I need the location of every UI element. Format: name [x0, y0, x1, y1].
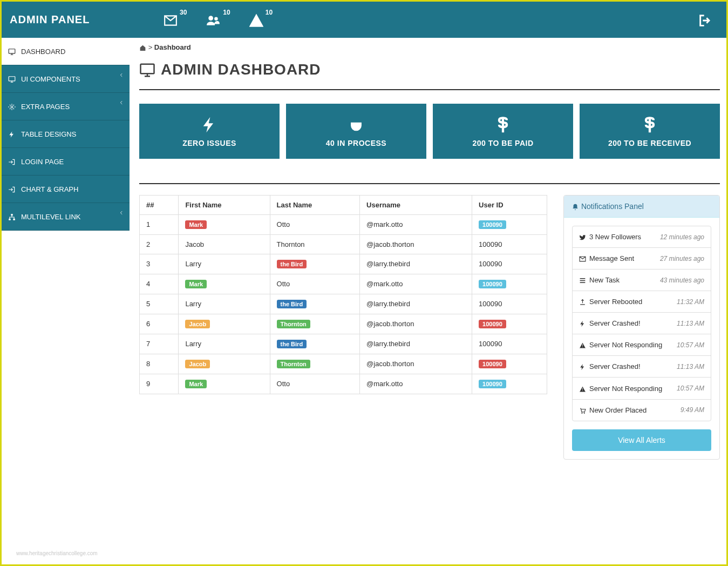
badge: Thornton — [277, 360, 310, 368]
notifications-header: Notifications Panel — [564, 196, 719, 218]
desktop-icon — [139, 61, 155, 78]
cell-userid: 100090 — [472, 294, 547, 314]
cogs-icon — [8, 102, 19, 111]
cell-firstname: Mark — [179, 274, 270, 294]
page-title: ADMIN DASHBOARD — [139, 61, 720, 78]
notification-text: Server Not Responding — [589, 341, 662, 349]
cell-username: @mark.otto — [360, 214, 472, 234]
brand[interactable]: ADMIN PANEL — [2, 14, 131, 26]
cell-username: @larry.thebird — [360, 334, 472, 354]
watermark: www.heritagechristiancollege.com — [16, 550, 98, 556]
notifications-panel: Notifications Panel 3 New Followers12 mi… — [563, 195, 720, 460]
cart-icon — [579, 406, 586, 414]
table-header: ## — [140, 195, 179, 214]
dollar-icon — [585, 113, 715, 134]
users-count: 10 — [223, 9, 230, 16]
sidebar-item-chart-graph[interactable]: CHART & GRAPH — [2, 176, 130, 203]
cell-username: @larry.thebird — [360, 254, 472, 274]
cell-userid: 100090 — [472, 334, 547, 354]
table-row: 6JacobThornton@jacob.thorton100090 — [140, 314, 547, 334]
alerts-link[interactable]: 10 — [249, 12, 273, 28]
breadcrumb: > Dashboard — [139, 43, 720, 51]
view-all-alerts-button[interactable]: View All Alerts — [572, 429, 711, 451]
table-header: First Name — [179, 195, 270, 214]
cell-userid: 100090 — [472, 274, 547, 294]
notification-time: 10:57 AM — [677, 385, 704, 392]
cell-firstname: Larry — [179, 254, 270, 274]
cell-lastname: the Bird — [270, 254, 360, 274]
notification-item[interactable]: New Task43 minutes ago — [573, 269, 711, 291]
cell-lastname: Otto — [270, 374, 360, 394]
cell-username: @larry.thebird — [360, 294, 472, 314]
badge: 100090 — [479, 320, 506, 328]
sidebar-item-login-page[interactable]: LOGIN PAGE — [2, 148, 130, 176]
notification-item[interactable]: Server Not Responding10:57 AM — [573, 334, 711, 356]
cell-lastname: Thornton — [270, 354, 360, 374]
badge: the Bird — [277, 260, 307, 268]
notification-time: 11:32 AM — [677, 298, 704, 306]
cell-username: @mark.otto — [360, 374, 472, 394]
users-link[interactable]: 10 — [206, 12, 230, 28]
badge: the Bird — [277, 300, 307, 308]
sidebar-item-ui-components[interactable]: UI COMPONENTS — [2, 65, 130, 93]
notification-text: 3 New Followers — [589, 233, 641, 241]
sidebar-item-label: TABLE DESIGNS — [21, 130, 76, 138]
cell-lastname: the Bird — [270, 294, 360, 314]
dollar-icon — [438, 113, 568, 134]
sidebar-item-label: CHART & GRAPH — [21, 185, 78, 193]
notification-item[interactable]: New Order Placed9:49 AM — [573, 400, 711, 421]
notification-text: New Task — [589, 276, 620, 284]
desktop-icon — [8, 75, 19, 83]
cell-lastname: the Bird — [270, 334, 360, 354]
mail-link[interactable]: 30 — [164, 12, 187, 28]
main: > Dashboard ADMIN DASHBOARD ZERO ISSUES4… — [139, 43, 720, 460]
sidebar-item-table-designs[interactable]: TABLE DESIGNS — [2, 120, 130, 148]
notification-item[interactable]: Message Sent27 minutes ago — [573, 248, 711, 269]
notification-time: 11:13 AM — [677, 363, 704, 370]
desktop-icon — [8, 47, 19, 56]
stat-card[interactable]: 40 IN PROCESS — [286, 104, 426, 159]
sidebar-item-dashboard[interactable]: DASHBOARD — [2, 38, 130, 65]
envelope-icon — [579, 254, 586, 262]
table-header: User ID — [472, 195, 547, 214]
notification-time: 27 minutes ago — [660, 255, 704, 262]
cell-userid: 100090 — [472, 214, 547, 234]
notification-item[interactable]: Server Not Responding10:57 AM — [573, 378, 711, 399]
table-header: Username — [360, 195, 472, 214]
home-icon[interactable] — [139, 43, 146, 51]
badge: Jacob — [185, 360, 210, 368]
cell-index: 5 — [140, 294, 179, 314]
chevron-left-icon — [119, 71, 124, 78]
bolt-icon — [579, 319, 586, 327]
sidebar-item-extra-pages[interactable]: EXTRA PAGES — [2, 93, 130, 120]
badge: 100090 — [479, 220, 506, 229]
table-wrap: ##First NameLast NameUsernameUser ID 1Ma… — [139, 195, 547, 394]
breadcrumb-sep: > — [148, 43, 154, 51]
cell-index: 8 — [140, 354, 179, 374]
stat-card[interactable]: 200 TO BE PAID — [433, 104, 573, 159]
cell-username: @jacob.thorton — [360, 314, 472, 334]
stat-text: ZERO ISSUES — [182, 139, 236, 147]
notification-item[interactable]: Server Crashed!11:13 AM — [573, 313, 711, 334]
notification-item[interactable]: 3 New Followers12 minutes ago — [573, 226, 711, 248]
bolt-icon — [579, 362, 586, 370]
cell-username: @jacob.thorton — [360, 354, 472, 374]
cell-firstname: Jacob — [179, 354, 270, 374]
table-row: 8JacobThornton@jacob.thorton100090 — [140, 354, 547, 374]
sidebar-item-label: DASHBOARD — [21, 48, 65, 56]
notification-time: 10:57 AM — [677, 341, 704, 349]
chevron-left-icon — [119, 208, 124, 216]
signin-icon — [8, 185, 19, 193]
logout-button[interactable] — [698, 11, 713, 28]
notification-item[interactable]: Server Rebooted11:32 AM — [573, 291, 711, 313]
stat-card[interactable]: 200 TO BE RECEIVED — [580, 104, 720, 159]
sidebar-item-multilevel-link[interactable]: MULTILEVEL LINK — [2, 203, 130, 231]
cell-index: 1 — [140, 214, 179, 234]
notification-item[interactable]: Server Crashed!11:13 AM — [573, 356, 711, 378]
cell-firstname: Jacob — [179, 314, 270, 334]
table-row: 5Larrythe Bird@larry.thebird100090 — [140, 294, 547, 314]
bell-icon — [571, 202, 579, 211]
notification-text: Server Crashed! — [589, 362, 641, 370]
stat-card[interactable]: ZERO ISSUES — [139, 104, 280, 159]
bolt-icon — [145, 113, 274, 134]
